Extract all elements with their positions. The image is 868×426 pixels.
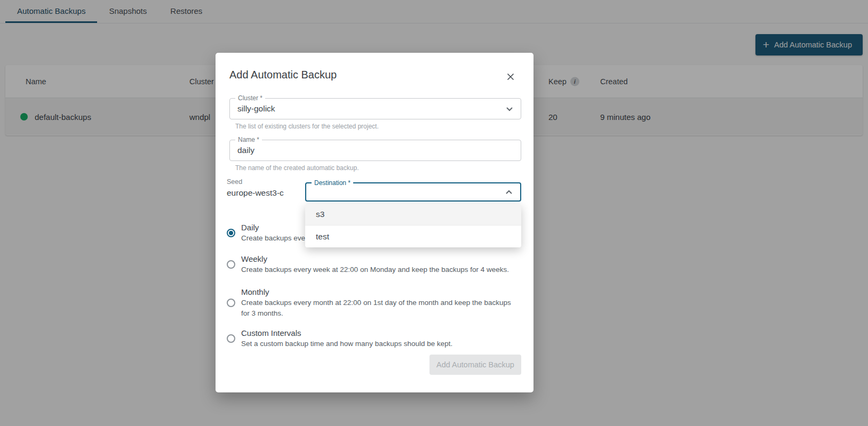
cluster-select[interactable]: Cluster * silly-golick — [229, 98, 521, 119]
radio-custom-intervals[interactable] — [227, 334, 235, 343]
destination-options-menu: s3 test — [305, 204, 521, 247]
schedule-option-monthly[interactable]: Monthly Create backups every month at 22… — [227, 286, 512, 319]
close-button[interactable] — [502, 68, 519, 85]
add-automatic-backup-dialog: Add Automatic Backup Cluster * silly-gol… — [216, 53, 533, 392]
schedule-option-weekly[interactable]: Weekly Create backups every week at 22:0… — [227, 253, 512, 275]
radio-weekly[interactable] — [227, 260, 235, 269]
schedule-option-weekly-description: Create backups every week at 22:00 on Mo… — [241, 264, 512, 275]
menu-option-test[interactable]: test — [305, 226, 521, 247]
name-input[interactable] — [230, 140, 521, 160]
schedule-option-monthly-label: Monthly — [241, 286, 512, 298]
dialog-title: Add Automatic Backup — [229, 69, 337, 81]
name-helper-text: The name of the created automatic backup… — [235, 164, 359, 172]
seed-label: Seed — [227, 178, 242, 186]
schedule-option-custom-intervals[interactable]: Custom Intervals Set a custom backup tim… — [227, 327, 512, 349]
destination-select[interactable]: Destination * — [305, 182, 521, 202]
destination-select-value — [306, 183, 520, 200]
chevron-up-icon — [503, 186, 515, 198]
chevron-down-icon — [503, 102, 516, 115]
cluster-select-value: silly-golick — [230, 99, 521, 119]
close-icon — [505, 71, 516, 83]
schedule-option-custom-intervals-label: Custom Intervals — [241, 327, 512, 339]
menu-option-s3[interactable]: s3 — [305, 204, 521, 226]
cluster-helper-text: The list of existing clusters for the se… — [235, 123, 379, 130]
seed-value: europe-west3-c — [227, 188, 284, 198]
schedule-option-monthly-description: Create backups every month at 22:00 on 1… — [241, 298, 512, 319]
submit-add-automatic-backup-button[interactable]: Add Automatic Backup — [429, 355, 521, 375]
radio-daily[interactable] — [227, 229, 235, 237]
radio-monthly[interactable] — [227, 299, 235, 307]
name-field: Name * — [229, 140, 521, 161]
schedule-option-weekly-label: Weekly — [241, 253, 512, 264]
schedule-option-custom-intervals-description: Set a custom backup time and how many ba… — [241, 339, 512, 349]
